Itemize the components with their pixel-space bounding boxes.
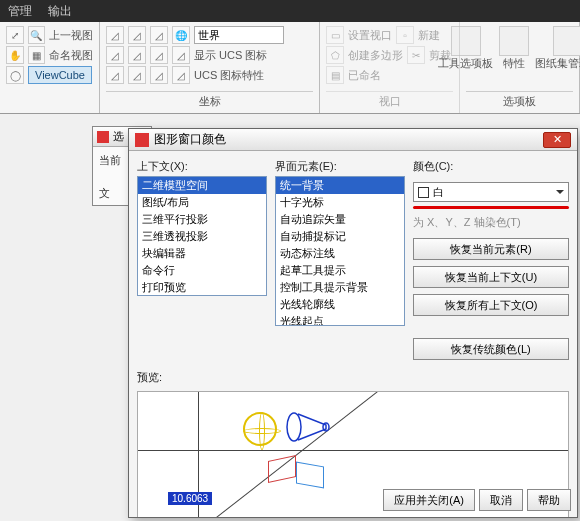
new-viewport-button: 新建	[418, 28, 440, 43]
show-ucs-icon-button[interactable]: 显示 UCS 图标	[194, 48, 267, 63]
vp-set-icon: ▭	[326, 26, 344, 44]
red-annotation	[413, 206, 569, 209]
element-item[interactable]: 控制工具提示背景	[276, 279, 404, 296]
color-value: 白	[433, 185, 444, 200]
element-item[interactable]: 自动捕捉标记	[276, 228, 404, 245]
restore-all-contexts-button[interactable]: 恢复所有上下文(O)	[413, 294, 569, 316]
camera-cone-icon	[286, 410, 330, 448]
vp-named-icon: ▤	[326, 66, 344, 84]
app-icon	[135, 133, 149, 147]
ucs6-icon[interactable]: ◿	[150, 46, 168, 64]
ucs2-icon[interactable]: ◿	[128, 26, 146, 44]
ribbon-group-viewport: ▭ 设置视口 ▫ 新建 ⬠ 创建多边形 ✂ 剪裁 ▤ 已命名 视口	[320, 22, 460, 113]
tint-xyz-label: 为 X、Y、Z 轴染色(T)	[413, 215, 569, 230]
context-item[interactable]: 图纸/布局	[138, 194, 266, 211]
color-swatch-icon	[418, 187, 429, 198]
context-label: 上下文(X):	[137, 159, 267, 174]
blue-wire-icon	[296, 462, 324, 489]
ribbon-group-navigate: ⤢ 🔍 上一视图 ✋ ▦ 命名视图 ◯ ViewCube	[0, 22, 100, 113]
help-button[interactable]: 帮助	[527, 489, 571, 511]
globe-icon	[243, 412, 277, 446]
restore-current-element-button[interactable]: 恢复当前元素(R)	[413, 238, 569, 260]
named-view-button[interactable]: 命名视图	[49, 48, 93, 63]
ucs9-icon[interactable]: ◿	[128, 66, 146, 84]
zoom-extents-icon[interactable]: ⤢	[6, 26, 24, 44]
ucs5-icon[interactable]: ◿	[128, 46, 146, 64]
prev-view-button[interactable]: 上一视图	[49, 28, 93, 43]
ucs4-icon[interactable]: ◿	[106, 46, 124, 64]
ribbon-group-palettes: 工具选项板 特性 图纸集管理器 选项板	[460, 22, 580, 113]
menubar: 管理 输出	[0, 0, 580, 22]
ribbon-footer-coord: 坐标	[106, 91, 313, 109]
dialog-title: 图形窗口颜色	[154, 131, 226, 148]
element-item[interactable]: 动态标注线	[276, 245, 404, 262]
context-item[interactable]: 三维透视投影	[138, 228, 266, 245]
context-listbox[interactable]: 二维模型空间图纸/布局三维平行投影三维透视投影块编辑器命令行打印预览	[137, 176, 267, 296]
ribbon: ⤢ 🔍 上一视图 ✋ ▦ 命名视图 ◯ ViewCube ◿ ◿ ◿ 🌐	[0, 22, 580, 114]
menu-output[interactable]: 输出	[48, 3, 72, 20]
vp-poly-icon: ⬠	[326, 46, 344, 64]
dialog-titlebar[interactable]: 图形窗口颜色 ✕	[129, 129, 577, 151]
element-item[interactable]: 自动追踪矢量	[276, 211, 404, 228]
element-item[interactable]: 统一背景	[276, 177, 404, 194]
orbit-icon[interactable]: ◯	[6, 66, 24, 84]
named-vp-button: 已命名	[348, 68, 381, 83]
context-item[interactable]: 二维模型空间	[138, 177, 266, 194]
world-icon[interactable]: 🌐	[172, 26, 190, 44]
red-wire-icon	[268, 455, 296, 483]
zoom-icon[interactable]: 🔍	[28, 26, 46, 44]
viewcube-button[interactable]: ViewCube	[28, 66, 92, 84]
preview-label: 预览:	[137, 370, 267, 385]
sheetset-label: 图纸集管理器	[535, 56, 580, 71]
vp-clip-icon: ✂	[407, 46, 425, 64]
context-item[interactable]: 三维平行投影	[138, 211, 266, 228]
ribbon-footer-viewport: 视口	[326, 91, 453, 109]
context-item[interactable]: 打印预览	[138, 279, 266, 296]
element-item[interactable]: 光线轮廓线	[276, 296, 404, 313]
elements-label: 界面元素(E):	[275, 159, 405, 174]
close-icon[interactable]: ✕	[543, 132, 571, 148]
preview-value-a: 10.6063	[168, 492, 212, 505]
cancel-button[interactable]: 取消	[479, 489, 523, 511]
ucs-icon[interactable]: ◿	[106, 26, 124, 44]
color-combo[interactable]: 白	[413, 182, 569, 202]
properties-icon[interactable]	[499, 26, 529, 56]
context-item[interactable]: 命令行	[138, 262, 266, 279]
drawing-window-colors-dialog: 图形窗口颜色 ✕ 上下文(X): 二维模型空间图纸/布局三维平行投影三维透视投影…	[128, 128, 578, 518]
ucs-world-combo[interactable]	[194, 26, 284, 44]
sheetset-icon[interactable]	[553, 26, 580, 56]
context-item[interactable]: 块编辑器	[138, 245, 266, 262]
pan-icon[interactable]: ✋	[6, 46, 24, 64]
elements-listbox[interactable]: 统一背景十字光标自动追踪矢量自动捕捉标记动态标注线起草工具提示控制工具提示背景光…	[275, 176, 405, 326]
clip-button: 剪裁	[429, 48, 451, 63]
create-poly-button: 创建多边形	[348, 48, 403, 63]
restore-legacy-colors-button[interactable]: 恢复传统颜色(L)	[413, 338, 569, 360]
ucs11-icon[interactable]: ◿	[172, 66, 190, 84]
element-item[interactable]: 光线起点	[276, 313, 404, 326]
apply-close-button[interactable]: 应用并关闭(A)	[383, 489, 475, 511]
ucs10-icon[interactable]: ◿	[150, 66, 168, 84]
element-item[interactable]: 起草工具提示	[276, 262, 404, 279]
svg-point-0	[287, 413, 301, 441]
properties-label: 特性	[499, 56, 529, 71]
element-item[interactable]: 十字光标	[276, 194, 404, 211]
ribbon-footer-palettes: 选项板	[466, 91, 573, 109]
ucs7-icon[interactable]: ◿	[172, 46, 190, 64]
menu-manage[interactable]: 管理	[8, 3, 32, 20]
color-label: 颜色(C):	[413, 159, 569, 174]
back-dialog-title: 选	[113, 129, 124, 144]
crosshair-h	[138, 450, 568, 451]
ucs-icon-props-button[interactable]: UCS 图标特性	[194, 68, 264, 83]
ucs3-icon[interactable]: ◿	[150, 26, 168, 44]
ribbon-group-coord: ◿ ◿ ◿ 🌐 ◿ ◿ ◿ ◿ 显示 UCS 图标 ◿ ◿ ◿ ◿ UCS 图标…	[100, 22, 320, 113]
restore-current-context-button[interactable]: 恢复当前上下文(U)	[413, 266, 569, 288]
ucs8-icon[interactable]: ◿	[106, 66, 124, 84]
views-icon[interactable]: ▦	[28, 46, 46, 64]
set-viewport-button: 设置视口	[348, 28, 392, 43]
vp-new-icon: ▫	[396, 26, 414, 44]
